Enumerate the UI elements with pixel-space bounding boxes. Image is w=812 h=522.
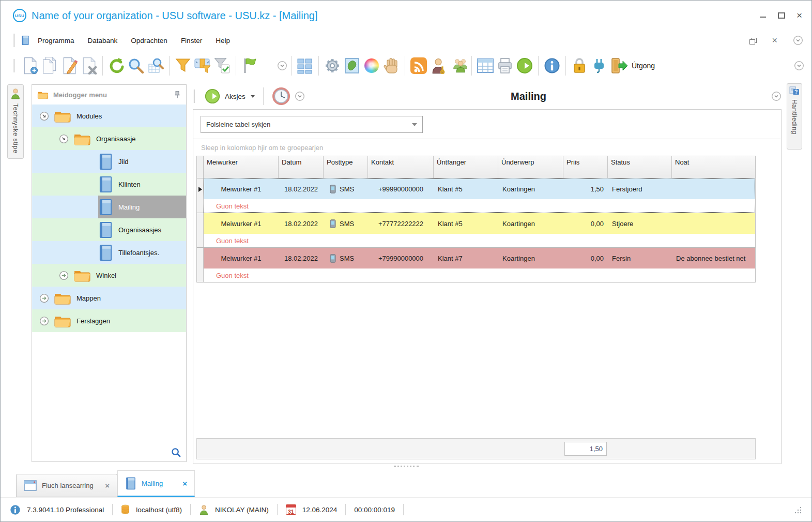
technical-support-tab[interactable]: Technyske stipe: [7, 84, 24, 159]
tab-close-icon[interactable]: ×: [182, 479, 187, 488]
exit-button[interactable]: Útgong: [609, 57, 655, 74]
horizontal-splitter[interactable]: [1, 464, 811, 469]
column-header-status[interactable]: Status: [608, 156, 672, 178]
delete-record-icon[interactable]: [79, 55, 99, 76]
header-overflow-icon[interactable]: [295, 91, 305, 101]
go-arrow-icon[interactable]: [515, 55, 534, 76]
full-table-search-combo[interactable]: Folsleine tabel sykjen: [201, 116, 423, 133]
menu-databank[interactable]: Databank: [88, 37, 118, 44]
mdi-menu-dropdown-icon[interactable]: [793, 35, 803, 46]
collapse-icon[interactable]: [59, 134, 69, 144]
copy-record-icon[interactable]: [40, 55, 59, 76]
plugins-icon[interactable]: [589, 55, 609, 76]
column-header-datum[interactable]: Datum: [279, 156, 324, 178]
flag-icon[interactable]: [240, 55, 259, 76]
tree-item-organisaasjes[interactable]: Organisaasjes: [32, 218, 186, 241]
layout-tiles-icon[interactable]: [295, 55, 315, 76]
tree-item-tillefoantsjes[interactable]: Tillefoantsjes.: [32, 241, 186, 264]
menu-programma[interactable]: Programma: [38, 37, 74, 44]
scheduler-clock-icon[interactable]: [272, 87, 290, 106]
table-row[interactable]: Meiwurker #1 18.02.2022 SMS +99990000000…: [196, 178, 756, 213]
main-toolbar: Útgong: [1, 50, 811, 81]
combo-dropdown-icon[interactable]: [412, 123, 417, 126]
mdi-restore-button[interactable]: [749, 38, 756, 43]
user-permissions-icon[interactable]: [428, 55, 448, 76]
app-version: 7.3.9041.10 Professional: [27, 506, 104, 514]
folder-icon: [54, 314, 71, 328]
rss-feed-icon[interactable]: [409, 55, 428, 76]
filter-icon[interactable]: [173, 55, 193, 76]
support-tab-label: Technyske stipe: [12, 103, 19, 153]
folder-icon: [73, 131, 91, 146]
tab-close-icon[interactable]: ×: [105, 481, 110, 490]
add-record-icon[interactable]: [20, 55, 40, 76]
manual-tab-label: Hantlieding: [791, 99, 798, 135]
minimize-button[interactable]: [759, 12, 767, 19]
settings-gear-icon[interactable]: [323, 55, 342, 76]
edit-record-icon[interactable]: [59, 55, 79, 76]
column-header-kontakt[interactable]: Kontakt: [368, 156, 434, 178]
toolbar-grip[interactable]: [13, 59, 15, 72]
print-icon[interactable]: [495, 55, 515, 76]
lock-icon[interactable]: [570, 55, 589, 76]
expand-icon[interactable]: [39, 316, 49, 326]
search-table-icon[interactable]: [146, 55, 165, 76]
tree-item-organisaasje[interactable]: Organisaasje: [32, 127, 186, 150]
column-header-priis[interactable]: Priis: [563, 156, 608, 178]
filter-apply-icon[interactable]: [212, 55, 232, 76]
tree-search-icon[interactable]: [171, 448, 181, 457]
pan-hand-icon[interactable]: [381, 55, 401, 76]
info-icon[interactable]: [542, 55, 562, 76]
database-connection: localhost (utf8): [136, 506, 182, 514]
mdi-close-button[interactable]: ×: [772, 38, 777, 43]
tree-item-jild[interactable]: Jild: [32, 150, 186, 173]
toolbar-options-icon[interactable]: [794, 61, 804, 71]
search-icon[interactable]: [126, 55, 146, 76]
column-header-posttype[interactable]: Posttype: [324, 156, 368, 178]
view-toolbar-grip[interactable]: [193, 90, 195, 103]
left-tab-strip: Technyske stipe: [1, 81, 30, 464]
tree-item-winkel[interactable]: Winkel: [32, 264, 186, 287]
expand-icon[interactable]: [39, 293, 49, 303]
column-header-underwerp[interactable]: Ûnderwerp: [498, 156, 563, 178]
pin-icon[interactable]: [174, 91, 181, 99]
tree-item-kliinten[interactable]: Kliinten: [32, 173, 186, 196]
tree-item-modules[interactable]: Modules: [32, 105, 186, 127]
column-header-meiwurker[interactable]: Meiwurker: [204, 156, 279, 178]
menu-help[interactable]: Help: [216, 37, 230, 44]
resize-grip-icon[interactable]: [794, 506, 802, 514]
tree-item-mailing[interactable]: Mailing: [32, 196, 186, 218]
colors-icon[interactable]: [362, 55, 381, 76]
menu-opdrachten[interactable]: Opdrachten: [131, 37, 167, 44]
table-row[interactable]: Meiwurker #1 18.02.2022 SMS +79990000000…: [196, 248, 756, 282]
database-icon: [121, 504, 130, 515]
menu-finster[interactable]: Finster: [181, 37, 202, 44]
manual-tab[interactable]: Hantlieding: [787, 83, 802, 150]
tree-item-mappen[interactable]: Mappen: [32, 287, 186, 309]
column-header-noat[interactable]: Noat: [672, 156, 756, 178]
group-by-panel[interactable]: Sleep in kolomkop hjir om te groepearjen: [193, 139, 781, 156]
actions-button[interactable]: Aksjes: [204, 88, 255, 105]
maximize-button[interactable]: [778, 12, 785, 19]
calendar-icon: 31: [286, 504, 296, 515]
column-header-untfanger[interactable]: Ûntfanger: [434, 156, 498, 178]
header-options-icon[interactable]: [771, 91, 782, 101]
folder-icon: [54, 109, 71, 123]
collapse-icon[interactable]: [39, 111, 49, 121]
users-group-icon[interactable]: [448, 55, 468, 76]
close-button[interactable]: ×: [796, 12, 802, 19]
tab-mailing[interactable]: Mailing ×: [117, 470, 195, 497]
menubar-grip[interactable]: [13, 34, 15, 47]
tab-fluch-lansearring[interactable]: Fluch lansearring ×: [16, 474, 117, 497]
help-icon: [789, 86, 800, 96]
table-row[interactable]: Meiwurker #1 18.02.2022 SMS +77772222222…: [196, 213, 756, 248]
filter-columns-icon[interactable]: [193, 55, 212, 76]
refresh-icon[interactable]: [106, 55, 126, 76]
table-view-icon[interactable]: [476, 55, 495, 76]
toolbar-overflow-icon[interactable]: [277, 61, 287, 71]
quick-launch-window-icon: [24, 480, 37, 491]
map-icon[interactable]: [342, 55, 362, 76]
tree-item-ferslaggen[interactable]: Ferslaggen: [32, 309, 186, 332]
expand-icon[interactable]: [59, 271, 69, 280]
window-menu-icon[interactable]: [20, 35, 30, 46]
